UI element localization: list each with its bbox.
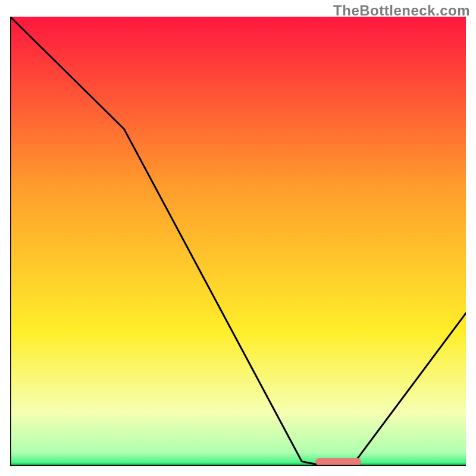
- plot-area: [10, 17, 466, 466]
- chart-svg: [10, 17, 466, 466]
- watermark-text: TheBottleneck.com: [333, 2, 470, 19]
- optimal-range-marker: [315, 458, 361, 465]
- chart-stage: TheBottleneck.com: [0, 0, 476, 476]
